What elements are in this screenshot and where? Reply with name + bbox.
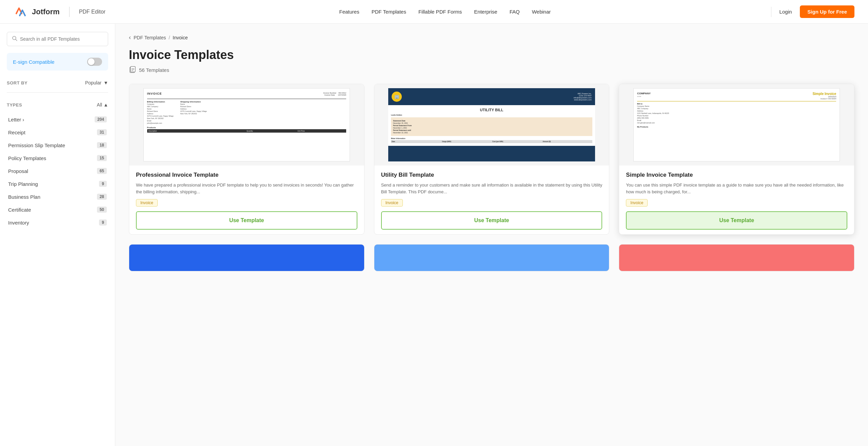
type-name-business-plan: Business Plan — [8, 194, 40, 200]
page-title: Invoice Templates — [129, 48, 854, 62]
sort-select[interactable]: Popular ▼ — [85, 80, 108, 85]
template-desc-utility: Send a reminder to your customers and ma… — [381, 182, 603, 195]
template-count-text: 56 Templates — [139, 67, 169, 73]
type-name-permission-slip: Permission Slip Template — [8, 142, 65, 148]
sort-value: Popular — [85, 80, 101, 85]
nav-enterprise[interactable]: Enterprise — [474, 9, 497, 15]
template-card-utility-bill: 🏢 ABC Powers Inc. (123) 123-4567 info@ab… — [374, 84, 610, 235]
type-count-inventory: 9 — [99, 219, 107, 226]
type-item-proposal[interactable]: Proposal 65 — [7, 164, 108, 177]
header-right: Login Sign Up for Free — [771, 5, 854, 18]
type-name-letter: Letter › — [8, 117, 24, 122]
logo-subtitle: PDF Editor — [79, 9, 105, 15]
sort-label: SORT BY — [7, 80, 27, 85]
template-preview-simple: COMPANY ★★★ Simple Invoice 19/9/2020 Inv… — [619, 84, 854, 166]
logo-divider — [69, 7, 70, 17]
template-tag-utility: Invoice — [381, 199, 403, 207]
type-count-letter: 204 — [95, 116, 107, 122]
bottom-card-1 — [129, 244, 364, 271]
type-item-policy[interactable]: Policy Templates 15 — [7, 152, 108, 164]
breadcrumb-current: Invoice — [173, 35, 188, 40]
template-card-simple-invoice: COMPANY ★★★ Simple Invoice 19/9/2020 Inv… — [619, 84, 854, 235]
template-preview-professional: INVOICE Invoice Number INV-0012 Invoice … — [129, 84, 364, 166]
templates-grid: INVOICE Invoice Number INV-0012 Invoice … — [129, 84, 854, 235]
type-item-business-plan[interactable]: Business Plan 28 — [7, 190, 108, 203]
template-info-simple: Simple Invoice Template You can use this… — [619, 166, 854, 234]
types-chevron-up-icon: ▲ — [103, 102, 108, 108]
search-box[interactable] — [7, 32, 108, 46]
types-all-label: All — [97, 102, 102, 108]
esign-label: E-sign Compatible — [13, 59, 55, 65]
header: Jotform PDF Editor Features PDF Template… — [0, 0, 868, 24]
template-title-utility: Utility Bill Template — [381, 172, 603, 178]
template-info-utility: Utility Bill Template Send a reminder to… — [374, 166, 609, 234]
template-desc-simple: You can use this simple PDF invoice temp… — [626, 182, 847, 195]
breadcrumb-parent-link[interactable]: PDF Templates — [134, 35, 166, 40]
type-name-certificate: Certificate — [8, 207, 31, 213]
template-preview-utility: 🏢 ABC Powers Inc. (123) 123-4567 info@ab… — [374, 84, 609, 166]
type-count-proposal: 65 — [97, 168, 107, 174]
sort-row: SORT BY Popular ▼ — [7, 80, 108, 93]
template-info-professional: Professional Invoice Template We have pr… — [129, 166, 364, 234]
search-icon — [12, 36, 17, 42]
template-tag-simple: Invoice — [626, 199, 648, 207]
type-count-receipt: 31 — [97, 129, 107, 135]
type-item-receipt[interactable]: Receipt 31 — [7, 126, 108, 139]
breadcrumb-back-icon[interactable]: ‹ — [129, 34, 131, 41]
esign-toggle[interactable] — [87, 58, 102, 66]
type-item-certificate[interactable]: Certificate 50 — [7, 203, 108, 216]
svg-line-2 — [16, 39, 17, 41]
logo-area: Jotform PDF Editor — [14, 5, 105, 19]
template-count-icon — [129, 66, 136, 74]
template-desc-professional: We have prepared a professional invoice … — [136, 182, 357, 195]
type-count-certificate: 50 — [97, 207, 107, 213]
use-template-btn-professional[interactable]: Use Template — [136, 211, 357, 230]
types-header: TYPES All ▲ — [7, 102, 108, 108]
type-count-business-plan: 28 — [97, 194, 107, 200]
types-all[interactable]: All ▲ — [97, 102, 108, 108]
jotform-logo-icon — [14, 5, 28, 19]
use-template-btn-utility[interactable]: Use Template — [381, 211, 603, 230]
type-name-trip-planning: Trip Planning — [8, 181, 38, 187]
breadcrumb: ‹ PDF Templates / Invoice — [129, 34, 854, 41]
nav-features[interactable]: Features — [339, 9, 359, 15]
bottom-card-2 — [374, 244, 610, 271]
esign-toggle-row: E-sign Compatible — [7, 53, 108, 71]
nav-fillable[interactable]: Fillable PDF Forms — [418, 9, 462, 15]
type-count-trip-planning: 9 — [99, 181, 107, 187]
search-input[interactable] — [20, 36, 103, 42]
letter-arrow-icon: › — [22, 117, 24, 122]
sidebar: E-sign Compatible SORT BY Popular ▼ TYPE… — [0, 24, 115, 446]
type-item-trip-planning[interactable]: Trip Planning 9 — [7, 177, 108, 190]
nav-faq[interactable]: FAQ — [510, 9, 520, 15]
use-template-btn-simple[interactable]: Use Template — [626, 211, 847, 230]
type-list: Letter › 204 Receipt 31 Permission Slip … — [7, 113, 108, 229]
signup-button[interactable]: Sign Up for Free — [800, 5, 854, 18]
toggle-knob — [88, 58, 95, 65]
type-item-permission-slip[interactable]: Permission Slip Template 18 — [7, 139, 108, 152]
type-name-policy: Policy Templates — [8, 155, 46, 161]
type-item-inventory[interactable]: Inventory 9 — [7, 216, 108, 229]
type-item-letter[interactable]: Letter › 204 — [7, 113, 108, 126]
nav-pdf-templates[interactable]: PDF Templates — [372, 9, 406, 15]
template-title-simple: Simple Invoice Template — [626, 172, 847, 178]
bottom-template-row — [129, 244, 854, 271]
logo-name-text: Jotform — [32, 7, 60, 16]
type-name-inventory: Inventory — [8, 220, 29, 226]
template-tag-professional: Invoice — [136, 199, 158, 207]
type-name-proposal: Proposal — [8, 168, 28, 174]
type-name-receipt: Receipt — [8, 130, 25, 135]
nav-webinar[interactable]: Webinar — [532, 9, 551, 15]
login-button[interactable]: Login — [780, 9, 792, 15]
bottom-card-3 — [619, 244, 854, 271]
type-count-permission-slip: 18 — [97, 142, 107, 148]
main-nav: Features PDF Templates Fillable PDF Form… — [119, 9, 771, 15]
svg-rect-4 — [131, 66, 135, 72]
types-label: TYPES — [7, 102, 22, 108]
template-count-row: 56 Templates — [129, 66, 854, 74]
breadcrumb-separator: / — [169, 35, 170, 40]
nav-divider — [771, 7, 771, 17]
content-area: ‹ PDF Templates / Invoice Invoice Templa… — [115, 24, 868, 446]
template-card-professional-invoice: INVOICE Invoice Number INV-0012 Invoice … — [129, 84, 364, 235]
sort-chevron-icon: ▼ — [103, 80, 108, 85]
